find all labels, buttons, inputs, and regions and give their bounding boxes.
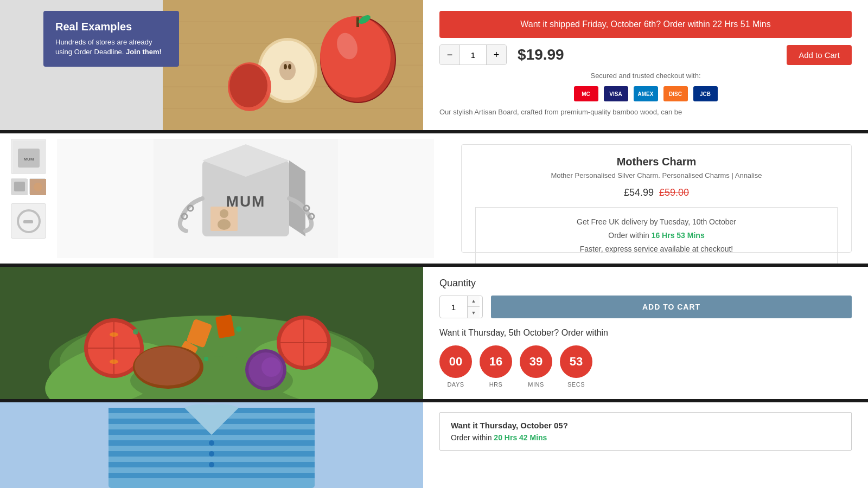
- delivery-line1: Get Free UK delivery by Tuesday, 10th Oc…: [486, 215, 827, 229]
- countdown-hrs-label: HRS: [489, 381, 503, 388]
- qty-plus-button[interactable]: +: [487, 45, 506, 65]
- svg-text:MUM: MUM: [23, 157, 34, 162]
- qty-arrows: ▲ ▼: [467, 296, 480, 318]
- svg-point-52: [110, 359, 118, 364]
- section-1: Real Examples Hundreds of stores are alr…: [0, 0, 868, 130]
- section1-left: Real Examples Hundreds of stores are alr…: [0, 0, 423, 130]
- shipping-banner: Want it shipped Friday, October 6th? Ord…: [439, 11, 852, 38]
- charm-title: Mothers Charm: [475, 156, 838, 168]
- countdown-secs-value: 53: [560, 345, 592, 378]
- discover-icon: DISC: [663, 86, 688, 101]
- countdown-mins-label: MINS: [528, 381, 544, 388]
- svg-point-14: [279, 61, 296, 80]
- salad-image: [0, 267, 423, 399]
- add-to-cart-top-button[interactable]: Add to Cart: [787, 45, 852, 65]
- price-current: £54.99: [624, 187, 654, 198]
- svg-point-78: [209, 451, 214, 457]
- svg-point-67: [204, 357, 208, 361]
- svg-point-77: [209, 440, 214, 446]
- jcb-icon: JCB: [693, 86, 718, 101]
- section-4: Want it Thursday, October 05? Order with…: [0, 402, 868, 488]
- order-within-time: 20 Hrs 42 Mins: [494, 433, 547, 442]
- thumbnail-row: [11, 178, 49, 195]
- charm-subtitle: Mother Personalised Silver Charm. Person…: [475, 171, 838, 179]
- visa-icon: VISA: [604, 86, 628, 101]
- countdown-days-label: DAYS: [447, 381, 464, 388]
- delivery-box: Get Free UK delivery by Tuesday, 10th Oc…: [475, 207, 838, 265]
- countdown-secs-label: SECS: [567, 381, 585, 388]
- countdown-mins-value: 39: [520, 345, 552, 378]
- apple-image: [163, 0, 423, 130]
- price-original: £59.00: [659, 187, 689, 198]
- order-within-row: Order within 20 Hrs 42 Mins: [451, 433, 840, 442]
- svg-point-25: [34, 183, 42, 191]
- svg-rect-28: [23, 220, 33, 223]
- thumbnail-4[interactable]: [11, 203, 46, 239]
- promo-text: Hundreds of stores are already using Ord…: [55, 37, 167, 57]
- thumbnail-2[interactable]: [11, 178, 27, 195]
- section2-right: Mothers Charm Mother Personalised Silver…: [445, 133, 868, 264]
- order-within-prefix: Order within: [451, 433, 492, 442]
- svg-point-15: [284, 64, 287, 69]
- countdown-mins: 39 MINS: [520, 345, 552, 388]
- charm-prices: £54.99 £59.00: [475, 187, 838, 198]
- product-description: Our stylish Artisan Board, crafted from …: [439, 108, 852, 116]
- charm-card: Mothers Charm Mother Personalised Silver…: [461, 144, 852, 253]
- svg-point-79: [209, 462, 214, 467]
- countdown-secs: 53 SECS: [560, 345, 592, 388]
- payment-icons: MC VISA AMEX DISC JCB: [439, 86, 852, 101]
- svg-point-51: [110, 332, 118, 337]
- want-it-title: Want it Thursday, October 05?: [451, 421, 840, 430]
- svg-point-65: [133, 329, 138, 335]
- section-2: MUM: [0, 133, 868, 264]
- svg-rect-23: [14, 182, 25, 191]
- countdown-days: 00 DAYS: [439, 345, 472, 388]
- svg-point-8: [320, 16, 391, 98]
- secure-text: Secured and trusted checkout with:: [439, 72, 852, 80]
- order-deadline-text: Want it Thursday, 5th October? Order wit…: [439, 328, 852, 338]
- svg-point-16: [288, 64, 291, 69]
- svg-point-18: [229, 64, 267, 107]
- svg-point-36: [218, 219, 231, 230]
- delivery-line2: Order within 16 Hrs 53 Mins: [486, 229, 827, 242]
- countdown-days-value: 00: [439, 345, 472, 378]
- qty-up-arrow[interactable]: ▲: [468, 296, 480, 307]
- quantity-control[interactable]: − +: [439, 44, 507, 65]
- svg-point-64: [135, 346, 200, 386]
- thumbnail-3[interactable]: [29, 178, 46, 195]
- main-product-image: MUM: [57, 139, 434, 258]
- qty-stepper[interactable]: 1 ▲ ▼: [439, 296, 483, 318]
- promo-box: Real Examples Hundreds of stores are alr…: [43, 11, 179, 67]
- section-3: Quantity 1 ▲ ▼ ADD TO CART Want it Thurs…: [0, 267, 868, 399]
- qty-down-arrow[interactable]: ▼: [468, 307, 480, 318]
- qty-input[interactable]: [459, 45, 487, 65]
- svg-point-62: [261, 357, 281, 377]
- qty-minus-button[interactable]: −: [440, 45, 459, 65]
- section4-right: Want it Thursday, October 05? Order with…: [423, 402, 868, 488]
- mastercard-icon: MC: [574, 86, 598, 101]
- section3-right: Quantity 1 ▲ ▼ ADD TO CART Want it Thurs…: [423, 267, 868, 399]
- section2-left: MUM: [0, 133, 445, 264]
- thumbnail-1[interactable]: MUM: [11, 139, 46, 174]
- countdown-row: 00 DAYS 16 HRS 39 MINS 53 SECS: [439, 345, 852, 388]
- price-display: $19.99: [518, 46, 564, 63]
- section1-product-panel: Want it shipped Friday, October 6th? Ord…: [423, 0, 868, 130]
- price-row: − + $19.99 Add to Cart: [439, 44, 852, 65]
- qty-stepper-input[interactable]: 1: [440, 303, 467, 312]
- countdown-hrs-value: 16: [480, 345, 512, 378]
- thumbnail-list: MUM: [11, 139, 49, 258]
- svg-rect-76: [108, 473, 315, 478]
- qty-add-row: 1 ▲ ▼ ADD TO CART: [439, 296, 852, 318]
- quantity-label: Quantity: [439, 278, 852, 289]
- svg-point-35: [220, 209, 228, 218]
- countdown-hrs: 16 HRS: [480, 345, 512, 388]
- clothing-image: [0, 402, 423, 488]
- promo-title: Real Examples: [55, 21, 167, 33]
- delivery-line3: Faster, express service available at che…: [486, 242, 827, 256]
- amex-icon: AMEX: [634, 86, 658, 101]
- svg-point-66: [236, 326, 241, 332]
- delivery-highlight: 16 Hrs 53 Mins: [652, 231, 705, 240]
- add-to-cart-button[interactable]: ADD TO CART: [491, 296, 852, 318]
- want-it-box: Want it Thursday, October 05? Order with…: [439, 412, 852, 451]
